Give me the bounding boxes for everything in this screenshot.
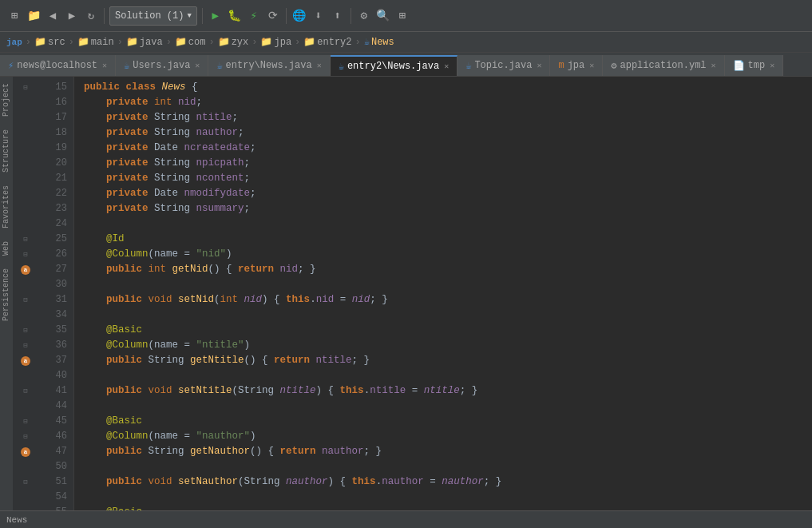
side-label-project[interactable]: Project [0,77,13,123]
code-line-51: public void setNauthor(String nauthor) {… [84,474,812,490]
tab-icon7: ⚙ [611,60,616,72]
code-line-22: private Date nmodifydate; [84,186,812,201]
code-line-19: private Date ncreatedate; [84,141,812,156]
bc-java[interactable]: 📁 java [126,36,163,48]
toolbar-icon-folder[interactable]: 📁 [26,8,42,24]
sep: › [26,37,31,48]
tab-news-localhost[interactable]: ⚡ news@localhost ✕ [0,55,116,76]
bc-zyx[interactable]: 📁 zyx [218,36,249,48]
code-line-18: private String nauthor; [84,125,812,141]
gi-31: ⊟ [13,292,38,308]
code-line-27: public int getNid() { return nid; } [84,262,812,277]
bc-entry2[interactable]: 📁 entry2 [303,36,351,48]
gi-17 [13,110,38,125]
status-text: News [6,515,27,525]
tab-icon6: m [558,60,564,71]
tab-label: news@localhost [17,60,97,71]
sep: › [295,37,300,48]
tab-topic-java[interactable]: ☕ Topic.java ✕ [457,55,550,76]
bc-main[interactable]: 📁 main [77,36,114,48]
folder-icon5: 📁 [218,36,230,48]
search-icon[interactable]: 🔍 [375,8,391,24]
sep: › [355,37,361,48]
tab-jpa[interactable]: m jpa ✕ [550,55,603,76]
gi-22 [13,186,38,201]
globe-icon[interactable]: 🌐 [291,8,307,24]
gi-50 [13,459,38,474]
code-line-20: private String npicpath; [84,156,812,171]
toolbar-icon-forward[interactable]: ▶ [64,8,80,24]
side-label-favorites[interactable]: Favorites [0,179,13,235]
bc-news[interactable]: ☕ News [364,36,394,48]
toolbar: ⊞ 📁 ◀ ▶ ↻ Solution (1) ▼ ▶ 🐛 ⚡ ⟳ 🌐 ⬇ ⬆ ⚙… [0,0,812,32]
toolbar-icon-refresh[interactable]: ↻ [83,8,99,24]
tab-application-yml[interactable]: ⚙ application.yml ✕ [603,55,724,76]
gi-40 [13,368,38,383]
refresh-icon[interactable]: ⟳ [265,8,281,24]
side-label-web[interactable]: Web [0,235,13,262]
code-line-40 [84,368,812,383]
side-label-structure[interactable]: Structure [0,123,13,179]
tab-close-icon8[interactable]: ✕ [770,61,774,70]
tab-label8: tmp [748,60,766,71]
gi-24 [13,216,38,232]
debug-icon[interactable]: 🐛 [227,8,243,24]
run-icon[interactable]: ▶ [208,8,224,24]
down-icon[interactable]: ⬇ [311,8,327,24]
gi-27: a [13,262,38,277]
folder-icon4: 📁 [175,36,187,48]
code-editor[interactable]: ⊟ ⊟ ⊟ a [13,77,812,510]
bc-jap[interactable]: jap [6,38,22,47]
code-line-36: @Column(name = "ntitle") [84,338,812,353]
solution-label: Solution (1) [115,10,184,22]
up-icon[interactable]: ⬆ [330,8,346,24]
build-icon[interactable]: ⚡ [246,8,262,24]
tab-label4: entry2\News.java [347,61,439,72]
layout-icon[interactable]: ⊞ [394,8,410,24]
sep: › [117,37,123,48]
solution-dropdown[interactable]: Solution (1) ▼ [109,6,197,26]
jap-icon: jap [6,38,22,47]
code-line-17: private String ntitle; [84,110,812,125]
gi-44 [13,399,38,414]
tab-entry-news-java[interactable]: ☕ entry\News.java ✕ [208,55,330,76]
breadcrumb: jap › 📁 src › 📁 main › 📁 java › 📁 com › … [0,32,812,53]
gi-21 [13,171,38,186]
code-content[interactable]: public class News { private int nid; pri… [74,77,812,510]
tab-users-java[interactable]: ☕ Users.java ✕ [116,55,208,76]
tab-close-icon7[interactable]: ✕ [711,61,716,70]
tab-entry2-news-java[interactable]: ☕ entry2\News.java ✕ [331,55,457,76]
bc-jpa[interactable]: 📁 jpa [260,36,291,48]
folder-icon2: 📁 [77,36,89,48]
tab-icon8: 📄 [733,60,745,72]
tab-close-icon4[interactable]: ✕ [444,62,449,71]
sep: › [69,37,74,48]
gi-41: ⊟ [13,383,38,399]
gi-26: ⊟ [13,247,38,262]
sep: › [252,37,257,48]
side-label-persistence[interactable]: Persistence [0,262,13,328]
tab-icon3: ☕ [216,60,222,72]
toolbar-icon-1[interactable]: ⊞ [6,8,22,24]
tab-label2: Users.java [133,60,190,71]
code-line-26: @Column(name = "nid") [84,247,812,262]
tab-close-icon[interactable]: ✕ [102,61,107,70]
gi-36: ⊟ [13,338,38,353]
bc-src[interactable]: 📁 src [34,36,65,48]
sep: › [166,37,172,48]
tab-close-icon5[interactable]: ✕ [537,61,541,70]
settings-icon[interactable]: ⚙ [356,8,372,24]
gi-19 [13,141,38,156]
code-line-25: @Id [84,232,812,247]
tab-close-icon6[interactable]: ✕ [589,61,594,70]
gi-34 [13,308,38,323]
bc-com[interactable]: 📁 com [175,36,206,48]
gi-23 [13,201,38,216]
gi-20 [13,156,38,171]
tab-tmp[interactable]: 📄 tmp ✕ [725,55,784,76]
toolbar-icon-back[interactable]: ◀ [45,8,61,24]
tab-label7: application.yml [620,60,707,71]
folder-icon3: 📁 [126,36,138,48]
tab-close-icon2[interactable]: ✕ [195,61,200,70]
tab-close-icon3[interactable]: ✕ [317,61,322,70]
